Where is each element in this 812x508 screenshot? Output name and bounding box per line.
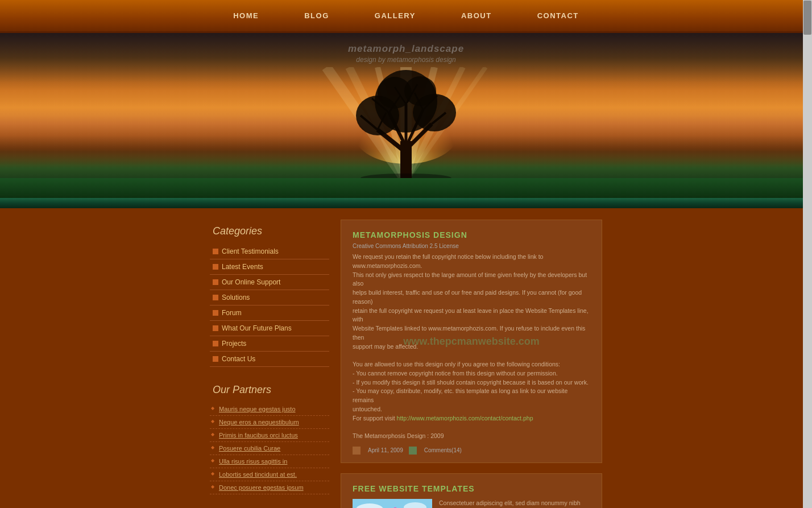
main-nav: HOME BLOG GALLERY ABOUT CONTACT <box>233 11 579 20</box>
post-title-row: Creative Commons Attribution 2.5 License <box>353 243 590 249</box>
bullet-icon <box>213 295 218 300</box>
svg-point-26 <box>404 76 436 106</box>
bullet-icon <box>213 249 218 254</box>
category-link[interactable]: Solutions <box>222 294 250 302</box>
list-item[interactable]: Client Testimonials <box>210 244 329 259</box>
post-comments[interactable]: Comments(14) <box>424 447 462 453</box>
category-link[interactable]: Latest Events <box>222 263 263 271</box>
list-item[interactable]: Forum <box>210 305 329 321</box>
post-free-templates: FREE WEBSITE TEMPLATES <box>341 473 602 508</box>
categories-list: Client Testimonials Latest Events Our On… <box>210 244 329 367</box>
partner-link[interactable]: Mauris neque egestas justo <box>219 406 296 412</box>
list-item[interactable]: Solutions <box>210 290 329 305</box>
bullet-icon <box>213 341 218 346</box>
category-link[interactable]: Client Testimonials <box>222 247 279 255</box>
calendar-icon <box>353 447 361 455</box>
partner-link[interactable]: Ulla risus risus sagittis in <box>219 458 287 465</box>
list-item[interactable]: Primis in faucibus orci luctus <box>210 429 329 442</box>
ground-strip <box>0 178 812 198</box>
list-item[interactable]: Mauris neque egestas justo <box>210 403 329 416</box>
free-tpl-title: FREE WEBSITE TEMPLATES <box>353 484 590 493</box>
sidebar: Categories Client Testimonials Latest Ev… <box>210 220 329 508</box>
category-link[interactable]: Our Online Support <box>222 278 280 286</box>
support-link[interactable]: http://www.metamorphozis.com/contact/con… <box>397 415 533 422</box>
list-item[interactable]: Latest Events <box>210 259 329 275</box>
nav-contact[interactable]: CONTACT <box>537 11 579 20</box>
category-link[interactable]: What Our Future Plans <box>222 324 292 332</box>
list-item[interactable]: Donec posuere egestas ipsum <box>210 481 329 494</box>
list-item[interactable]: Projects <box>210 336 329 352</box>
bullet-icon <box>213 279 218 285</box>
partner-link[interactable]: Donec posuere egestas ipsum <box>219 484 304 491</box>
partners-title: Our Partners <box>210 384 329 396</box>
main-content: Categories Client Testimonials Latest Ev… <box>0 208 812 508</box>
nav-bar: HOME BLOG GALLERY ABOUT CONTACT <box>0 0 812 33</box>
partner-link[interactable]: Neque eros a nequestibulum <box>219 419 299 426</box>
post-date: April 11, 2009 <box>368 447 403 453</box>
list-item[interactable]: Neque eros a nequestibulum <box>210 416 329 429</box>
list-item[interactable]: Posuere cubilia Curae <box>210 442 329 455</box>
free-tpl-row: Consectetuer adipiscing elit, sed diam n… <box>353 499 590 508</box>
category-link[interactable]: Contact Us <box>222 355 255 363</box>
banner: metamorph_landscape design by metamorpho… <box>0 33 812 198</box>
nav-home[interactable]: HOME <box>233 11 259 20</box>
list-item[interactable]: Contact Us <box>210 352 329 367</box>
nav-blog[interactable]: BLOG <box>304 11 329 20</box>
cc-text: Creative Commons Attribution 2.5 License <box>353 243 459 249</box>
tree-silhouette <box>343 67 469 181</box>
categories-title: Categories <box>210 225 329 237</box>
partners-list: Mauris neque egestas justo Neque eros a … <box>210 403 329 494</box>
category-link[interactable]: Projects <box>222 340 246 348</box>
nav-gallery[interactable]: GALLERY <box>375 11 416 20</box>
bullet-icon <box>213 310 218 316</box>
post-body: We request you retain the full copyright… <box>353 253 590 441</box>
bullet-icon <box>213 356 218 362</box>
list-item[interactable]: Ulla risus risus sagittis in <box>210 455 329 468</box>
content-area: www.thepcmanwebsite.com METAMORPHOSIS DE… <box>341 220 602 508</box>
free-tpl-text: Consectetuer adipiscing elit, sed diam n… <box>439 499 590 508</box>
scrollbar-track[interactable] <box>803 0 812 508</box>
partner-link[interactable]: Posuere cubilia Curae <box>219 445 280 452</box>
post-metamorphosis: www.thepcmanwebsite.com METAMORPHOSIS DE… <box>341 220 602 463</box>
list-item[interactable]: Our Online Support <box>210 275 329 290</box>
category-link[interactable]: Forum <box>222 309 242 317</box>
comments-icon <box>409 447 417 455</box>
nav-about[interactable]: ABOUT <box>461 11 492 20</box>
list-item[interactable]: Lobortis sed tincidunt at est. <box>210 468 329 481</box>
scrollbar-thumb[interactable] <box>803 1 811 35</box>
post-footer: April 11, 2009 Comments(14) <box>353 447 590 455</box>
partner-link[interactable]: Lobortis sed tincidunt at est. <box>219 471 297 478</box>
list-item[interactable]: What Our Future Plans <box>210 321 329 336</box>
free-tpl-image <box>353 499 432 508</box>
teal-separator <box>0 198 812 208</box>
partner-link[interactable]: Primis in faucibus orci luctus <box>219 432 298 439</box>
bullet-icon <box>213 264 218 270</box>
post-title: METAMORPHOSIS DESIGN <box>353 230 590 239</box>
bullet-icon <box>213 325 218 331</box>
